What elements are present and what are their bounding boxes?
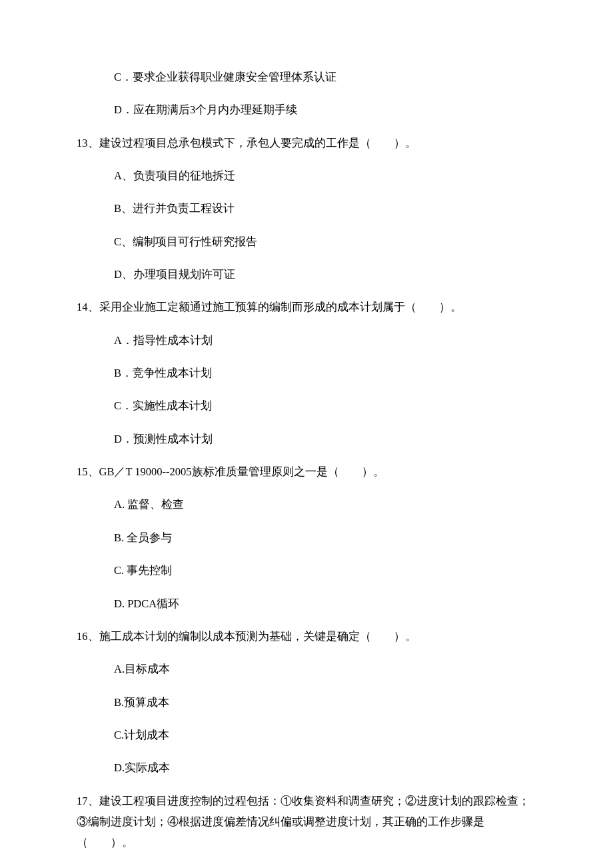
option-d: D、办理项目规划许可证 — [77, 264, 536, 285]
option-text: D．预测性成本计划 — [114, 433, 213, 445]
question-stem: 施工成本计划的编制以成本预测为基础，关键是确定（ ）。 — [99, 630, 416, 643]
option-b: B．竞争性成本计划 — [77, 363, 536, 383]
question-text: 13、建设过程项目总承包模式下，承包人要完成的工作是（ ）。 — [77, 133, 536, 153]
option-text: C．要求企业获得职业健康安全管理体系认证 — [114, 71, 336, 83]
option-b: B. 全员参与 — [77, 527, 536, 548]
question-number: 14、 — [77, 301, 99, 313]
option-c: C、编制项目可行性研究报告 — [77, 231, 536, 252]
option-text: A．指导性成本计划 — [114, 334, 213, 347]
question-number: 17、 — [77, 795, 99, 807]
question-14: 14、采用企业施工定额通过施工预算的编制而形成的成本计划属于（ ）。 A．指导性… — [77, 297, 536, 449]
question-16: 16、施工成本计划的编制以成本预测为基础，关键是确定（ ）。 A.目标成本 B.… — [77, 626, 536, 779]
option-text: B. 全员参与 — [114, 531, 172, 544]
option-a: A.①-③-②-④ — [77, 865, 536, 868]
question-15: 15、GB／T 19000--2005族标准质量管理原则之一是（ ）。 A. 监… — [77, 461, 536, 614]
option-c: C．实施性成本计划 — [77, 395, 536, 416]
option-text: D. PDCA循环 — [114, 597, 179, 610]
orphan-option-c: C．要求企业获得职业健康安全管理体系认证 — [77, 67, 536, 87]
option-a: A.目标成本 — [77, 659, 536, 679]
option-text: B.预算成本 — [114, 696, 169, 709]
option-text: C. 事先控制 — [114, 564, 172, 577]
question-text: 14、采用企业施工定额通过施工预算的编制而形成的成本计划属于（ ）。 — [77, 297, 536, 317]
option-d: D．预测性成本计划 — [77, 429, 536, 449]
option-c: C. 事先控制 — [77, 560, 536, 581]
question-number: 15、 — [77, 465, 99, 478]
option-a: A．指导性成本计划 — [77, 330, 536, 351]
option-text: C.计划成本 — [114, 729, 169, 741]
option-b: B、进行并负责工程设计 — [77, 198, 536, 219]
orphan-option-d: D．应在期满后3个月内办理延期手续 — [77, 99, 536, 120]
option-text: D.实际成本 — [114, 761, 170, 774]
question-stem: 建设过程项目总承包模式下，承包人要完成的工作是（ ）。 — [99, 137, 416, 149]
option-text: D．应在期满后3个月内办理延期手续 — [114, 103, 297, 116]
option-text: D、办理项目规划许可证 — [114, 268, 235, 281]
question-number: 13、 — [77, 137, 99, 149]
question-number: 16、 — [77, 630, 99, 643]
document-content: C．要求企业获得职业健康安全管理体系认证 D．应在期满后3个月内办理延期手续 1… — [0, 0, 613, 868]
option-d: D.实际成本 — [77, 757, 536, 778]
option-c: C.计划成本 — [77, 725, 536, 745]
option-d: D. PDCA循环 — [77, 593, 536, 614]
option-text: C．实施性成本计划 — [114, 399, 212, 412]
question-text: 15、GB／T 19000--2005族标准质量管理原则之一是（ ）。 — [77, 461, 536, 482]
option-text: B．竞争性成本计划 — [114, 367, 212, 379]
option-text: C、编制项目可行性研究报告 — [114, 235, 257, 248]
option-text: A、负责项目的征地拆迁 — [114, 169, 235, 182]
question-17: 17、建设工程项目进度控制的过程包括：①收集资料和调查研究；②进度计划的跟踪检查… — [77, 791, 536, 868]
question-stem: GB／T 19000--2005族标准质量管理原则之一是（ ）。 — [99, 465, 384, 478]
question-13: 13、建设过程项目总承包模式下，承包人要完成的工作是（ ）。 A、负责项目的征地… — [77, 133, 536, 285]
question-stem: 建设工程项目进度控制的过程包括：①收集资料和调查研究；②进度计划的跟踪检查；③编… — [77, 795, 530, 849]
question-stem: 采用企业施工定额通过施工预算的编制而形成的成本计划属于（ ）。 — [99, 301, 462, 313]
option-text: B、进行并负责工程设计 — [114, 202, 235, 215]
option-a: A、负责项目的征地拆迁 — [77, 165, 536, 186]
question-text: 16、施工成本计划的编制以成本预测为基础，关键是确定（ ）。 — [77, 626, 536, 647]
option-b: B.预算成本 — [77, 692, 536, 713]
option-text: A.目标成本 — [114, 663, 170, 675]
option-text: A. 监督、检查 — [114, 498, 184, 511]
question-text: 17、建设工程项目进度控制的过程包括：①收集资料和调查研究；②进度计划的跟踪检查… — [77, 791, 536, 853]
option-a: A. 监督、检查 — [77, 494, 536, 515]
